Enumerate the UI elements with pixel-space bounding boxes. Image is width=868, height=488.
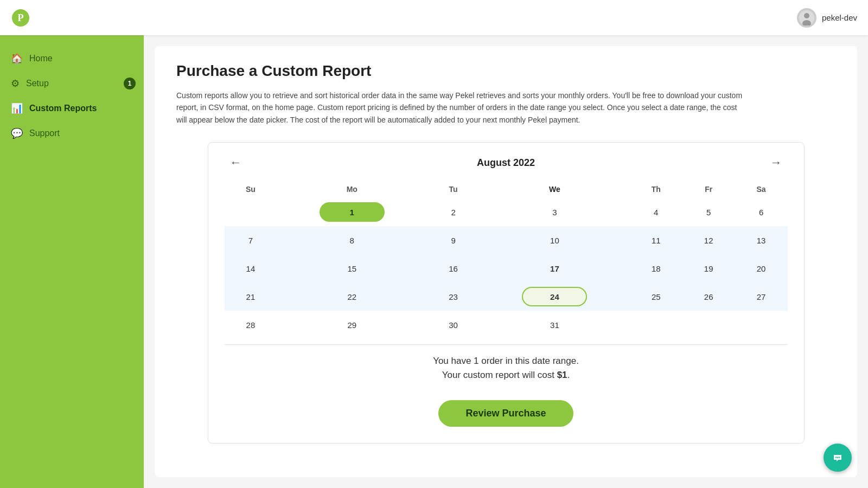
summary-line2: Your custom report will cost $1. (225, 370, 788, 381)
logo[interactable]: P (11, 8, 30, 28)
sidebar-item-home-label: Home (29, 54, 53, 63)
day-29[interactable]: 29 (277, 311, 427, 339)
svg-point-7 (837, 457, 838, 458)
setup-badge: 1 (124, 78, 136, 89)
weekday-sa: Sa (735, 181, 788, 198)
content-card: Purchase a Custom Report Custom reports … (155, 46, 857, 477)
day-19[interactable]: 19 (682, 254, 735, 282)
review-purchase-wrapper: Review Purchase (225, 389, 788, 432)
main-layout: 🏠 Home ⚙ Setup 1 📊 Custom Reports 💬 Supp… (0, 35, 868, 488)
day-1[interactable]: 1 (277, 198, 427, 226)
header: P pekel-dev (0, 0, 868, 35)
day-11[interactable]: 11 (630, 226, 682, 254)
sidebar-item-setup-label: Setup (26, 79, 49, 88)
sidebar-item-custom-reports-label: Custom Reports (29, 104, 97, 113)
day-6[interactable]: 6 (735, 198, 788, 226)
sidebar-item-home[interactable]: 🏠 Home (0, 46, 144, 71)
day-13[interactable]: 13 (735, 226, 788, 254)
calendar-week-4: 21 22 23 24 25 26 27 (225, 282, 788, 311)
day-4[interactable]: 4 (630, 198, 682, 226)
weekday-we: We (480, 181, 630, 198)
calendar-weekdays-row: Su Mo Tu We Th Fr Sa (225, 181, 788, 198)
day-5[interactable]: 5 (682, 198, 735, 226)
day-15[interactable]: 15 (277, 254, 427, 282)
day-28[interactable]: 28 (225, 311, 277, 339)
calendar-week-3: 14 15 16 17 18 19 20 (225, 254, 788, 282)
svg-point-6 (835, 457, 837, 458)
calendar: ← August 2022 → Su Mo Tu We Th Fr Sa (208, 142, 805, 444)
prev-month-button[interactable]: ← (225, 153, 247, 172)
day-31[interactable]: 31 (480, 311, 630, 339)
day-14[interactable]: 14 (225, 254, 277, 282)
calendar-week-1: 1 2 3 4 5 6 (225, 198, 788, 226)
day-26[interactable]: 26 (682, 282, 735, 311)
svg-point-3 (804, 13, 809, 18)
day-25[interactable]: 25 (630, 282, 682, 311)
day-10[interactable]: 10 (480, 226, 630, 254)
sidebar-item-support[interactable]: 💬 Support (0, 121, 144, 146)
svg-point-8 (839, 457, 840, 458)
content-area: Purchase a Custom Report Custom reports … (144, 35, 868, 488)
weekday-mo: Mo (277, 181, 427, 198)
calendar-month-label: August 2022 (477, 157, 535, 169)
calendar-week-5: 28 29 30 31 (225, 311, 788, 339)
day-9[interactable]: 9 (427, 226, 480, 254)
day-8[interactable]: 8 (277, 226, 427, 254)
calendar-header: ← August 2022 → (225, 153, 788, 172)
day-2[interactable]: 2 (427, 198, 480, 226)
support-icon: 💬 (11, 127, 23, 139)
summary-line1: You have 1 order in this date range. (225, 356, 788, 367)
username: pekel-dev (822, 13, 857, 22)
day-12[interactable]: 12 (682, 226, 735, 254)
day-7[interactable]: 7 (225, 226, 277, 254)
calendar-grid: Su Mo Tu We Th Fr Sa 1 (225, 181, 788, 339)
svg-text:P: P (18, 12, 24, 23)
setup-icon: ⚙ (11, 78, 20, 89)
weekday-th: Th (630, 181, 682, 198)
page-title: Purchase a Custom Report (176, 62, 835, 80)
day-24[interactable]: 24 (480, 282, 630, 311)
day-3[interactable]: 3 (480, 198, 630, 226)
day-17[interactable]: 17 (480, 254, 630, 282)
sidebar-item-custom-reports[interactable]: 📊 Custom Reports (0, 96, 144, 121)
summary-section: You have 1 order in this date range. You… (225, 344, 788, 389)
review-purchase-button[interactable]: Review Purchase (438, 400, 573, 427)
day-18[interactable]: 18 (630, 254, 682, 282)
sidebar-item-support-label: Support (29, 129, 60, 138)
next-month-button[interactable]: → (764, 153, 787, 172)
avatar (797, 8, 816, 28)
weekday-su: Su (225, 181, 277, 198)
day-30[interactable]: 30 (427, 311, 480, 339)
day-empty-1 (225, 198, 277, 226)
weekday-fr: Fr (682, 181, 735, 198)
custom-reports-icon: 📊 (11, 102, 23, 114)
home-icon: 🏠 (11, 53, 23, 65)
day-21[interactable]: 21 (225, 282, 277, 311)
page-description: Custom reports allow you to retrieve and… (176, 89, 746, 126)
day-16[interactable]: 16 (427, 254, 480, 282)
calendar-week-2: 7 8 9 10 11 12 13 (225, 226, 788, 254)
day-empty-3 (682, 311, 735, 339)
day-empty-4 (735, 311, 788, 339)
weekday-tu: Tu (427, 181, 480, 198)
day-27[interactable]: 27 (735, 282, 788, 311)
sidebar-item-setup[interactable]: ⚙ Setup 1 (0, 71, 144, 96)
day-20[interactable]: 20 (735, 254, 788, 282)
sidebar: 🏠 Home ⚙ Setup 1 📊 Custom Reports 💬 Supp… (0, 35, 144, 488)
chat-widget[interactable] (824, 444, 852, 472)
user-info[interactable]: pekel-dev (797, 8, 857, 28)
day-empty-2 (630, 311, 682, 339)
day-22[interactable]: 22 (277, 282, 427, 311)
day-23[interactable]: 23 (427, 282, 480, 311)
